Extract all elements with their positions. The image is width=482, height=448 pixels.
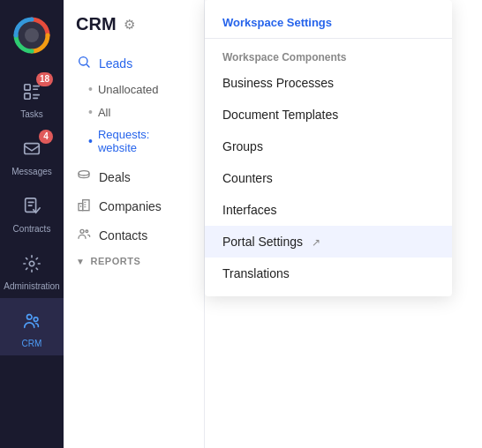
chevron-down-icon: ▼ [76,257,85,266]
crm-title: CRM [76,14,117,34]
contacts-icon [76,227,92,243]
workspace-settings-title: Workspace Settings [205,7,452,34]
contacts-label: Contacts [99,228,147,243]
requests-website-label: Requests: website [98,128,192,154]
nav-item-companies[interactable]: Companies [64,191,204,220]
messages-label: Messages [11,167,52,176]
svg-point-14 [86,230,88,233]
groups-label: Groups [222,139,263,153]
workspace-components-subtitle: Workspace Components [205,42,452,67]
main-nav: CRM ⚙ Leads Unallocated All [64,0,205,448]
svg-rect-2 [25,85,30,90]
crm-icon [22,311,41,331]
contracts-icon-wrap [16,190,48,222]
crm-icon-wrap [16,305,48,337]
sidebar-item-tasks[interactable]: 18 Tasks [0,69,64,126]
dropdown-item-interfaces[interactable]: Interfaces [205,194,452,226]
svg-point-9 [79,57,87,65]
sidebar-item-contracts[interactable]: Contracts [0,183,64,241]
svg-point-10 [79,171,89,175]
workspace-dropdown: Workspace Settings Workspace Components … [205,0,452,296]
dropdown-item-business-processes[interactable]: Business Processes [205,67,452,99]
companies-icon [76,198,92,214]
gear-button[interactable]: ⚙ [124,17,135,33]
sub-item-all[interactable]: All [76,101,204,123]
sub-item-unallocated[interactable]: Unallocated [76,78,204,101]
counters-label: Counters [222,171,273,185]
companies-label: Companies [99,199,162,213]
tasks-icon-wrap: 18 [16,76,48,108]
dropdown-item-document-templates[interactable]: Document Templates [205,99,452,131]
dropdown-item-portal-settings[interactable]: Portal Settings ↗ [205,226,452,258]
sidebar-item-messages[interactable]: 4 Messages [0,126,64,183]
document-templates-label: Document Templates [222,108,338,122]
deals-icon [76,168,92,185]
sub-item-requests-website[interactable]: Requests: website [76,123,204,159]
translations-label: Translations [222,266,290,280]
nav-item-contacts[interactable]: Contacts [64,220,204,250]
svg-rect-4 [25,144,40,154]
svg-point-8 [34,317,38,322]
administration-icon [22,254,41,273]
leads-icon [76,55,92,71]
contracts-icon [22,197,41,216]
administration-icon-wrap [16,248,48,280]
contracts-label: Contracts [13,224,51,234]
svg-rect-3 [25,93,30,99]
leads-sub-items: Unallocated All Requests: website [64,78,204,159]
unallocated-label: Unallocated [98,83,159,96]
messages-icon-wrap: 4 [16,133,48,165]
nav-item-deals[interactable]: Deals [64,162,204,191]
sidebar-item-crm[interactable]: CRM [0,298,64,355]
svg-rect-12 [83,200,89,211]
interfaces-label: Interfaces [222,203,276,217]
crm-label: CRM [22,339,42,348]
badge-messages: 4 [39,130,53,144]
portal-settings-label: Portal Settings [222,235,303,249]
svg-point-1 [25,28,39,42]
dropdown-item-counters[interactable]: Counters [205,162,452,194]
dropdown-item-groups[interactable]: Groups [205,131,452,162]
logo-area [0,7,64,69]
reports-label: REPORTS [90,256,140,266]
icon-sidebar: 18 Tasks 4 Messages [0,0,64,448]
deals-label: Deals [99,170,131,184]
svg-point-7 [27,315,33,320]
reports-section-header[interactable]: ▼ REPORTS [64,250,204,273]
svg-point-13 [80,229,84,233]
crm-header: CRM ⚙ [64,0,204,45]
business-processes-label: Business Processes [222,76,334,90]
dropdown-item-translations[interactable]: Translations [205,258,452,289]
all-label: All [98,106,110,119]
leads-label: Leads [99,56,132,71]
badge-tasks: 18 [36,72,53,86]
svg-point-6 [29,261,34,266]
app-logo [12,16,51,55]
nav-section-leads: Leads Unallocated All Requests: website [64,45,204,162]
sidebar-item-administration[interactable]: Administration [0,241,64,298]
tasks-label: Tasks [20,109,43,119]
administration-label: Administration [4,281,59,291]
divider-1 [205,38,452,39]
cursor-icon: ↗ [312,236,320,249]
nav-item-leads[interactable]: Leads [64,49,204,78]
messages-icon [22,139,41,159]
